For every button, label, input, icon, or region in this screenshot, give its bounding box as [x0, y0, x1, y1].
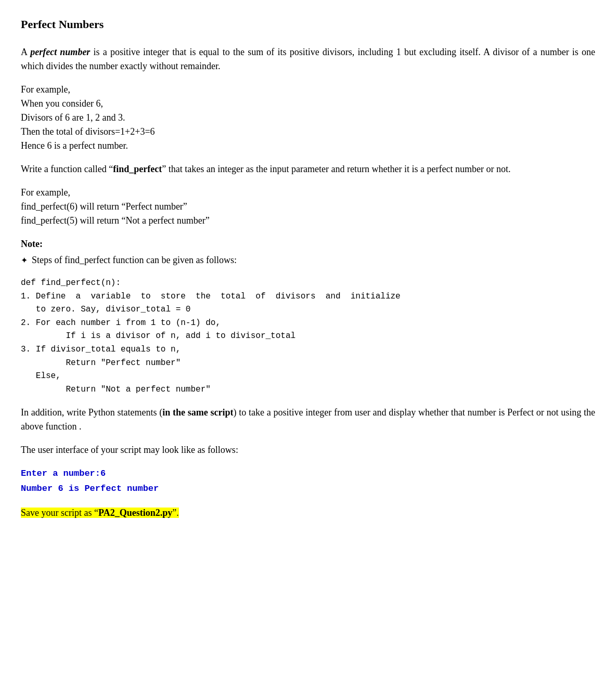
bold-italic-term: perfect number	[30, 47, 90, 57]
example2-intro: For example,	[21, 186, 595, 200]
example1-line3: Then the total of divisors=1+2+3=6	[21, 125, 595, 139]
note-bullet-text: Steps of find_perfect function can be gi…	[32, 253, 237, 267]
example1-line4: Hence 6 is a perfect number.	[21, 139, 595, 153]
save-line: Save your script as “PA2_Question2.py”.	[21, 506, 595, 520]
code-block: def find_perfect(n): 1. Define a variabl…	[21, 277, 595, 396]
note-section: Note: ✦ Steps of find_perfect function c…	[21, 237, 595, 267]
save-highlighted: Save your script as “PA2_Question2.py”.	[21, 508, 179, 518]
addition-paragraph: In addition, write Python statements (in…	[21, 406, 595, 434]
addition-bold-text: in the same script	[162, 407, 233, 418]
note-bullet-item: ✦ Steps of find_perfect function can be …	[21, 253, 595, 267]
example-block-1: For example, When you consider 6, Diviso…	[21, 83, 595, 153]
note-title: Note:	[21, 237, 595, 251]
example-block-2: For example, find_perfect(6) will return…	[21, 186, 595, 228]
example1-line1: When you consider 6,	[21, 97, 595, 111]
function-description: Write a function called “find_perfect” t…	[21, 162, 595, 176]
example1-line2: Divisors of 6 are 1, 2 and 3.	[21, 111, 595, 125]
ui-description: The user interface of your script may lo…	[21, 443, 595, 457]
function-name: find_perfect	[113, 164, 162, 174]
example2-line1: find_perfect(6) will return “Perfect num…	[21, 200, 595, 214]
page-title: Perfect Numbers	[21, 16, 595, 33]
save-filename: PA2_Question2.py	[98, 508, 172, 518]
ui-line2: Number 6 is Perfect number	[21, 482, 595, 497]
example1-intro: For example,	[21, 83, 595, 97]
bullet-diamond-icon: ✦	[21, 254, 28, 267]
ui-sample-block: Enter a number:6 Number 6 is Perfect num…	[21, 466, 595, 497]
intro-paragraph: A perfect number is a positive integer t…	[21, 45, 595, 73]
ui-line1: Enter a number:6	[21, 466, 595, 482]
example2-line2: find_perfect(5) will return “Not a perfe…	[21, 214, 595, 228]
